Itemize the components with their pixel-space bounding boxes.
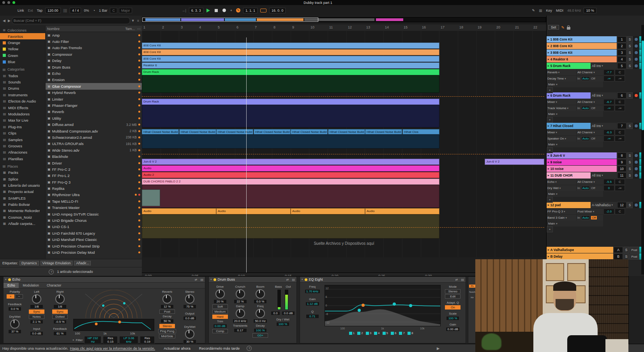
list-item[interactable]: ▣ Auto Filter [46, 38, 142, 44]
back-icon[interactable]: ◀ [3, 19, 5, 23]
track-fold-icon[interactable]: ▸ [548, 154, 549, 157]
filter-toggle[interactable]: Filter [76, 338, 83, 342]
stop-button[interactable] [215, 9, 218, 12]
track-row[interactable]: ▸ B Delay ▾ B S Post [547, 253, 641, 260]
boom-freq-value[interactable]: 50.0 Hz [253, 319, 267, 323]
eq-band-toggle[interactable]: 6 [391, 331, 396, 335]
solo-button[interactable]: S [627, 63, 633, 69]
sidebar-item-place[interactable]: ▦ Cosmos_Noiiz [0, 214, 45, 220]
record-button[interactable] [222, 9, 226, 12]
solo-button[interactable]: S [627, 166, 633, 172]
favorite-dot-icon[interactable] [138, 47, 140, 49]
list-item[interactable]: ▣ Multiband Compression.adv 2 KB [46, 128, 142, 134]
track-row[interactable]: ▸ 1 808 Core Kit ▾ 1 S [547, 36, 641, 42]
damp-knob[interactable] [236, 309, 245, 318]
collections-header[interactable]: ⊞ Colecciones [0, 27, 45, 33]
favorite-dot-icon[interactable] [138, 162, 140, 164]
right-division-value[interactable]: 1/8 [53, 304, 67, 309]
device-title-bar[interactable]: ▾ Drum Buss ⇄ ▤ [209, 277, 296, 283]
beat-time-ruler[interactable]: 12345678910111213141516171819202122 [142, 25, 546, 31]
favorite-dot-icon[interactable] [138, 66, 140, 68]
eq-band-toggle[interactable]: 2 [357, 331, 363, 335]
band-gain-value[interactable]: 1.12 dB [305, 302, 319, 306]
favorite-dot-icon[interactable] [138, 41, 140, 42]
automation-param-select[interactable]: Post Mixer ▾ [577, 209, 603, 214]
automation-device-row[interactable]: Echo ▾ All Channe ▾ -5.5 C [547, 179, 639, 185]
main-lane-row[interactable]: Main ▾ [547, 191, 639, 197]
track-name[interactable]: ▸ B Delay [547, 253, 613, 260]
filter-fold-icon[interactable]: ▸ [73, 338, 74, 341]
favorite-dot-icon[interactable] [138, 79, 140, 81]
vertical-scrollbar[interactable] [641, 25, 644, 274]
clip[interactable]: Audio 2 [142, 172, 439, 178]
window-dot-icon[interactable] [2, 1, 5, 4]
clip[interactable]: Hihat Closed Noise Build [179, 129, 216, 134]
status-help-icon[interactable]: ? [247, 346, 252, 351]
clip[interactable]: 808 Core Kit [142, 56, 439, 62]
clip[interactable]: 808 Core Kit [142, 42, 439, 49]
sidebar-item-collection[interactable]: Favoritos [0, 33, 45, 39]
list-item[interactable]: ▣ Hybrid Reverb [46, 90, 142, 96]
list-item[interactable]: ▣ Tape MELLO-FI [46, 198, 142, 204]
sidebar-item-place[interactable]: ▦ Splice [0, 176, 45, 182]
list-item[interactable]: ▣ Driver [46, 160, 142, 166]
polarity-plus-button[interactable]: + [7, 294, 14, 299]
band-active-icon[interactable] [383, 332, 386, 335]
tab[interactable]: Modulation [19, 283, 43, 288]
arm-button[interactable] [633, 166, 639, 172]
link-toggle[interactable]: Link [18, 9, 24, 12]
left-time-knob[interactable] [32, 294, 41, 304]
midi-map-toggle[interactable]: MIDI [556, 9, 563, 12]
automation-param-select[interactable]: Band 3 Gain ▾ [547, 215, 576, 221]
clip[interactable]: Jun-6 V 2 [142, 159, 439, 165]
comp-button[interactable]: Comp [212, 329, 228, 333]
hard-button[interactable]: Hard [212, 315, 228, 319]
arm-button[interactable] [633, 63, 639, 69]
list-item[interactable]: ▣ Schwarzonator2.0.amxd 238 KB [46, 134, 142, 140]
file-list-header[interactable]: Nombre Tam... ⋯ [46, 26, 142, 32]
sidebar-item-category[interactable]: ▤ Samples [0, 136, 45, 143]
list-item[interactable]: ▣ Blackhole [46, 153, 142, 159]
stereo-width-value[interactable]: 75 % [183, 304, 196, 309]
track-name[interactable]: ▸ 7 Hihat Closed [547, 123, 591, 129]
clip[interactable]: Audio [365, 208, 439, 214]
right-sync-button[interactable]: Sync [52, 310, 68, 314]
groove-amount-menu[interactable]: 1 Bar [99, 9, 108, 12]
sidebar-item-category[interactable]: ▤ Plantillas [0, 156, 45, 162]
feedback-value[interactable]: 0.0 % [8, 307, 21, 311]
boom-value[interactable]: 0.0 % [254, 299, 267, 304]
track-fold-icon[interactable]: ▸ [548, 174, 549, 177]
clip[interactable]: Hihat Closed Noise Build [254, 129, 291, 134]
quantize-menu[interactable]: 0% [84, 9, 89, 12]
track-routing-select[interactable]: All Ins ▾ [591, 172, 617, 179]
favorite-dot-icon[interactable] [138, 149, 140, 151]
places-header[interactable]: ▤ Places [0, 163, 45, 169]
main-lane-select[interactable]: Main ▾ [547, 111, 603, 117]
list-item[interactable]: ▣ UAD Marshall Plexi Classic [46, 237, 142, 243]
transients-value[interactable]: 0.17 [234, 328, 247, 333]
favorite-dot-icon[interactable] [138, 175, 140, 177]
automation-extra-value[interactable]: C [615, 209, 625, 214]
band-active-icon[interactable] [391, 332, 394, 335]
track-name[interactable]: ▸ 4 Reaktor 6 [547, 56, 617, 62]
automation-device-select[interactable]: FF Pro-Q 3 ▾ [547, 209, 576, 214]
band-active-icon[interactable] [366, 332, 369, 335]
tab[interactable]: Echo [4, 283, 19, 288]
favorite-dot-icon[interactable] [138, 98, 140, 100]
boom-decay-value[interactable]: 100 % [254, 328, 267, 333]
favorite-dot-icon[interactable] [138, 53, 140, 55]
search-input[interactable] [12, 17, 130, 24]
automation-param-select[interactable]: Decay Time ▾ [547, 76, 576, 81]
echo-drywet-value[interactable]: 30 % [183, 340, 196, 344]
favorite-dot-icon[interactable] [138, 73, 140, 74]
eq-band-toggle[interactable]: 7 [399, 331, 404, 335]
arrangement-overview[interactable] [142, 17, 546, 22]
list-item[interactable]: ▣ Utility [46, 115, 142, 121]
arrangement-content[interactable]: 808 Core Kit 808 Core Kit 808 Core Kit R… [142, 31, 546, 257]
tag-chip[interactable]: Dynamics [19, 261, 39, 265]
loop-toggle-icon[interactable] [260, 9, 266, 12]
sidebar-item-category[interactable]: ▤ Instruments [0, 92, 45, 98]
clip[interactable]: Hihat Closed Noise Build [291, 129, 328, 134]
list-item[interactable]: ▣ UAD Ampeg SVTVR Classic [46, 211, 142, 217]
list-item[interactable]: ▣ UAD Fairchild 670 Legacy [46, 230, 142, 236]
